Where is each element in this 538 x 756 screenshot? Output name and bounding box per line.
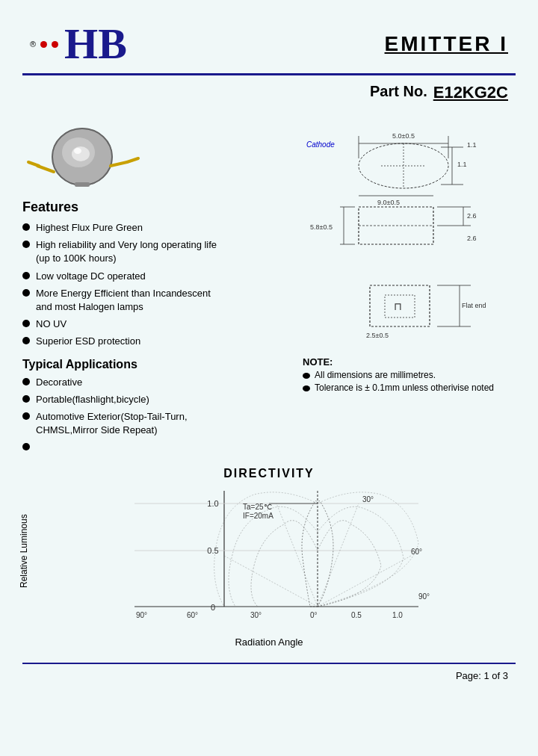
svg-point-3 — [74, 148, 81, 154]
list-item: More Energy Efficient than Incandescenta… — [22, 287, 284, 314]
applications-list: Decorative Portable(flashlight,bicycle) … — [22, 376, 284, 451]
note-text: All dimensions are millimetres. — [315, 370, 436, 380]
svg-text:2.6: 2.6 — [467, 235, 477, 242]
logo-dot-right — [52, 41, 58, 48]
note-item: Tolerance is ± 0.1mm unless otherivise n… — [303, 382, 497, 393]
feature-text: Superior ESD protection — [36, 335, 140, 348]
bullet-icon — [22, 337, 30, 344]
bullet-icon — [22, 443, 30, 450]
feature-text: Low voltage DC operated — [36, 270, 146, 283]
x-label-text: Radiation Angle — [235, 636, 303, 648]
notes-area: NOTE: All dimensions are millimetres. To… — [303, 356, 497, 393]
footer: Page: 1 of 3 — [0, 670, 538, 689]
bullet-icon — [22, 289, 30, 297]
feature-text: NO UV — [36, 317, 67, 331]
part-number-value: E12KG2C — [433, 83, 508, 102]
page-number: Page: 1 of 3 — [456, 670, 508, 681]
svg-text:1.1: 1.1 — [467, 141, 477, 149]
led-svg — [22, 121, 142, 188]
features-list: Highest Flux Pure Green High reliability… — [22, 221, 284, 349]
svg-text:30°: 30° — [362, 495, 374, 504]
bullet-icon — [303, 385, 310, 391]
svg-rect-9 — [75, 182, 90, 187]
bullet-icon — [22, 241, 30, 248]
bullet-icon — [22, 378, 30, 385]
feature-text: More Energy Efficient than Incandescenta… — [36, 287, 211, 314]
list-item: Decorative — [22, 376, 284, 389]
notes-title: NOTE: — [303, 356, 497, 368]
y-axis-rotated-label: Relative Luminous — [19, 514, 29, 588]
svg-text:30°: 30° — [250, 611, 262, 619]
svg-text:5.8±0.5: 5.8±0.5 — [310, 223, 333, 231]
part-number-label: Part No. — [370, 83, 427, 102]
svg-text:1.0: 1.0 — [207, 499, 218, 508]
svg-text:0°: 0° — [310, 611, 318, 619]
svg-text:2.6: 2.6 — [467, 212, 477, 220]
bullet-icon — [22, 272, 30, 279]
bullet-icon — [22, 223, 30, 231]
x-axis-label: Radiation Angle — [97, 636, 441, 648]
notes-list: All dimensions are millimetres. Toleranc… — [303, 370, 497, 393]
list-item: High reliability and Very long operating… — [22, 238, 284, 265]
applications-section: Typical Applications Decorative Portable… — [22, 358, 284, 451]
list-item: Automotive Exterior(Stop-Tail-Turn,CHMSL… — [22, 410, 284, 437]
svg-text:9.0±0.5: 9.0±0.5 — [377, 199, 400, 206]
list-item — [22, 441, 284, 450]
list-item: NO UV — [22, 317, 284, 331]
features-section: Features Highest Flux Pure Green High re… — [22, 199, 284, 349]
logo-text: HB — [64, 22, 127, 66]
applications-title: Typical Applications — [22, 358, 284, 371]
directivity-svg: 0 0.5 1.0 90° 60° 30° 0° 0.5 1.0 30° 60°… — [97, 483, 441, 633]
svg-text:60°: 60° — [411, 548, 422, 556]
registered-icon: ® — [30, 40, 36, 49]
emitter-title: EMITTER I — [385, 32, 508, 56]
bullet-icon — [22, 412, 30, 420]
svg-text:0.5: 0.5 — [207, 546, 218, 555]
svg-point-2 — [72, 146, 90, 161]
bullet-icon — [22, 395, 30, 403]
svg-text:⊓: ⊓ — [394, 300, 402, 312]
app-text: Decorative — [36, 376, 82, 389]
left-column: Features Highest Flux Pure Green High re… — [22, 117, 284, 459]
led-image — [22, 117, 142, 192]
list-item: Low voltage DC operated — [22, 270, 284, 283]
right-column: Cathode 1.1 5.0±0.5 1.1 — [284, 117, 516, 459]
svg-line-51 — [318, 504, 359, 607]
svg-line-49 — [276, 504, 318, 607]
feature-text: Highest Flux Pure Green — [36, 221, 143, 235]
svg-line-6 — [28, 162, 39, 166]
main-content: Features Highest Flux Pure Green High re… — [0, 110, 538, 459]
directivity-section: DIRECTIVITY — [0, 459, 538, 648]
svg-text:2.5±0.5: 2.5±0.5 — [366, 332, 389, 339]
bullet-icon — [22, 320, 30, 327]
svg-text:IF=20mA: IF=20mA — [243, 512, 273, 520]
logo-area: ® HB — [30, 22, 127, 66]
svg-text:0.5: 0.5 — [351, 611, 362, 619]
svg-text:1.0: 1.0 — [392, 611, 403, 619]
feature-text: High reliability and Very long operating… — [36, 238, 217, 265]
svg-text:Flat end: Flat end — [462, 302, 486, 309]
technical-diagram: Cathode 1.1 5.0±0.5 1.1 — [299, 125, 501, 356]
note-text: Tolerance is ± 0.1mm unless otherivise n… — [315, 382, 494, 393]
note-item: All dimensions are millimetres. — [303, 370, 497, 380]
header: ® HB EMITTER I — [0, 0, 538, 73]
svg-line-7 — [111, 162, 127, 166]
bullet-icon — [303, 373, 310, 379]
list-item: Superior ESD protection — [22, 335, 284, 348]
list-item: Portable(flashlight,bicycle) — [22, 393, 284, 406]
svg-text:60°: 60° — [187, 611, 198, 619]
footer-divider — [22, 663, 516, 664]
part-number-row: Part No. E12KG2C — [0, 75, 538, 110]
svg-text:90°: 90° — [418, 592, 430, 601]
svg-text:1.1: 1.1 — [457, 161, 467, 168]
svg-text:Cathode: Cathode — [306, 140, 335, 149]
svg-text:90°: 90° — [136, 611, 147, 619]
svg-text:0: 0 — [211, 603, 215, 612]
logo-dot-left — [40, 41, 47, 48]
svg-text:Ta=25℃: Ta=25℃ — [243, 503, 272, 511]
app-text: Automotive Exterior(Stop-Tail-Turn,CHMSL… — [36, 410, 188, 437]
directivity-chart: 0 0.5 1.0 90° 60° 30° 0° 0.5 1.0 30° 60°… — [97, 483, 441, 648]
list-item: Highest Flux Pure Green — [22, 221, 284, 235]
app-text: Portable(flashlight,bicycle) — [36, 393, 149, 406]
svg-line-8 — [127, 158, 138, 162]
